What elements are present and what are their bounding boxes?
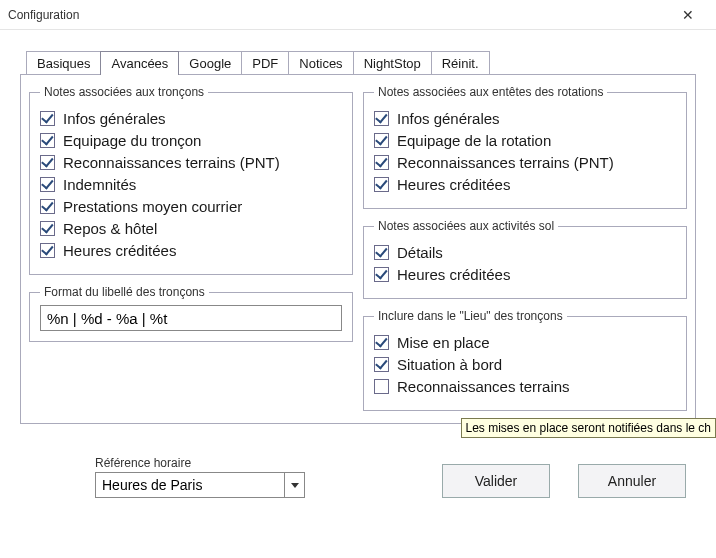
tab-google[interactable]: Google	[178, 51, 242, 75]
checkbox-icon[interactable]	[40, 155, 55, 170]
checkbox-label: Prestations moyen courrier	[63, 198, 242, 215]
window-title: Configuration	[8, 8, 668, 22]
lieu-item[interactable]: Situation à bord	[374, 356, 676, 373]
checkbox-label: Mise en place	[397, 334, 490, 351]
group-notes-troncons: Notes associées aux tronçons Infos génér…	[29, 85, 353, 275]
checkbox-icon[interactable]	[374, 267, 389, 282]
tab-panel-avancees: Notes associées aux tronçons Infos génér…	[20, 74, 696, 424]
checkbox-label: Heures créditées	[63, 242, 176, 259]
checkbox-icon[interactable]	[40, 177, 55, 192]
rotations-item[interactable]: Equipage de la rotation	[374, 132, 676, 149]
button-label: Valider	[475, 473, 518, 489]
group-legend: Format du libellé des tronçons	[40, 285, 209, 299]
group-legend: Inclure dans le "Lieu" des tronçons	[374, 309, 567, 323]
ref-horaire-combo[interactable]: Heures de Paris	[95, 472, 305, 498]
sol-item[interactable]: Détails	[374, 244, 676, 261]
chevron-down-icon	[284, 473, 304, 497]
troncons-item[interactable]: Equipage du tronçon	[40, 132, 342, 149]
button-label: Annuler	[608, 473, 656, 489]
sol-item[interactable]: Heures créditées	[374, 266, 676, 283]
checkbox-icon[interactable]	[374, 379, 389, 394]
checkbox-label: Repos & hôtel	[63, 220, 157, 237]
group-format-libelle: Format du libellé des tronçons	[29, 285, 353, 342]
checkbox-label: Heures créditées	[397, 266, 510, 283]
checkbox-label: Reconnaissances terrains (PNT)	[63, 154, 280, 171]
troncons-item[interactable]: Reconnaissances terrains (PNT)	[40, 154, 342, 171]
troncons-item[interactable]: Repos & hôtel	[40, 220, 342, 237]
checkbox-label: Reconnaissances terrains (PNT)	[397, 154, 614, 171]
group-notes-sol: Notes associées aux activités sol Détail…	[363, 219, 687, 299]
lieu-item[interactable]: Reconnaissances terrains	[374, 378, 676, 395]
titlebar: Configuration ✕	[0, 0, 716, 30]
checkbox-icon[interactable]	[40, 243, 55, 258]
rotations-item[interactable]: Infos générales	[374, 110, 676, 127]
checkbox-icon[interactable]	[40, 199, 55, 214]
checkbox-icon[interactable]	[374, 245, 389, 260]
combo-value: Heures de Paris	[96, 477, 284, 493]
checkbox-label: Détails	[397, 244, 443, 261]
format-input[interactable]	[40, 305, 342, 331]
troncons-item[interactable]: Prestations moyen courrier	[40, 198, 342, 215]
tab-rinit[interactable]: Réinit.	[431, 51, 490, 75]
checkbox-icon[interactable]	[40, 221, 55, 236]
validate-button[interactable]: Valider	[442, 464, 550, 498]
checkbox-label: Infos générales	[63, 110, 166, 127]
tab-notices[interactable]: Notices	[288, 51, 353, 75]
checkbox-icon[interactable]	[40, 133, 55, 148]
tab-avances[interactable]: Avancées	[100, 51, 179, 75]
cancel-button[interactable]: Annuler	[578, 464, 686, 498]
group-legend: Notes associées aux tronçons	[40, 85, 208, 99]
rotations-item[interactable]: Reconnaissances terrains (PNT)	[374, 154, 676, 171]
checkbox-icon[interactable]	[374, 111, 389, 126]
checkbox-icon[interactable]	[374, 133, 389, 148]
checkbox-label: Reconnaissances terrains	[397, 378, 570, 395]
checkbox-icon[interactable]	[374, 155, 389, 170]
checkbox-label: Equipage du tronçon	[63, 132, 201, 149]
group-notes-rotations: Notes associées aux entêtes des rotation…	[363, 85, 687, 209]
group-legend: Notes associées aux entêtes des rotation…	[374, 85, 607, 99]
checkbox-label: Indemnités	[63, 176, 136, 193]
checkbox-icon[interactable]	[374, 177, 389, 192]
troncons-item[interactable]: Indemnités	[40, 176, 342, 193]
checkbox-label: Infos générales	[397, 110, 500, 127]
group-legend: Notes associées aux activités sol	[374, 219, 558, 233]
checkbox-icon[interactable]	[374, 335, 389, 350]
group-lieu-troncons: Inclure dans le "Lieu" des tronçons Mise…	[363, 309, 687, 411]
troncons-item[interactable]: Heures créditées	[40, 242, 342, 259]
tab-basiques[interactable]: Basiques	[26, 51, 101, 75]
tab-pdf[interactable]: PDF	[241, 51, 289, 75]
rotations-item[interactable]: Heures créditées	[374, 176, 676, 193]
checkbox-icon[interactable]	[374, 357, 389, 372]
tabstrip: BasiquesAvancéesGooglePDFNoticesNightSto…	[26, 50, 696, 74]
ref-horaire-label: Référence horaire	[95, 456, 305, 470]
tab-nightstop[interactable]: NightStop	[353, 51, 432, 75]
checkbox-label: Equipage de la rotation	[397, 132, 551, 149]
troncons-item[interactable]: Infos générales	[40, 110, 342, 127]
checkbox-label: Heures créditées	[397, 176, 510, 193]
checkbox-icon[interactable]	[40, 111, 55, 126]
tooltip: Les mises en place seront notifiées dans…	[461, 418, 716, 438]
lieu-item[interactable]: Mise en place	[374, 334, 676, 351]
close-icon[interactable]: ✕	[668, 1, 708, 29]
checkbox-label: Situation à bord	[397, 356, 502, 373]
